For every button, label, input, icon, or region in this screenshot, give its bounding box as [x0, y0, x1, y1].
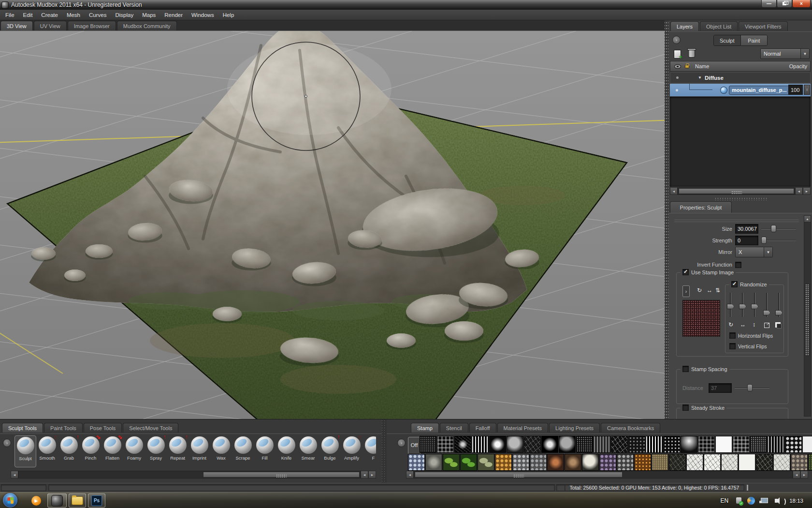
menu-display[interactable]: Display	[111, 10, 138, 20]
stamp-scratch-burst[interactable]	[454, 436, 471, 453]
tool-amplify[interactable]: ◌Amplify	[341, 435, 362, 467]
random-color-icon[interactable]	[775, 322, 781, 328]
stamp-plaid[interactable]	[437, 436, 454, 453]
random-scale-icon[interactable]	[764, 323, 769, 328]
menu-edit[interactable]: Edit	[19, 10, 37, 20]
stamp-maze[interactable]	[698, 436, 715, 453]
lock-icon[interactable]	[685, 65, 689, 68]
language-indicator[interactable]: EN	[721, 497, 729, 504]
blend-mode-dropdown[interactable]: Normal ▼	[760, 48, 810, 59]
stamp-gray-stones[interactable]	[617, 454, 634, 471]
collapse-triangle-icon[interactable]: ▼	[698, 75, 702, 80]
menu-file[interactable]: File	[1, 10, 19, 20]
stamp-purple-rocks[interactable]	[599, 454, 616, 471]
stamps-h-scrollbar[interactable]: ◄ ◄ ►	[406, 471, 808, 478]
volume-tray-icon[interactable]	[775, 499, 778, 503]
stamp-smoke[interactable]	[559, 436, 576, 453]
tool-fill[interactable]: Fill	[254, 435, 276, 467]
layers-tab-viewport-filters[interactable]: Viewport Filters	[739, 21, 788, 31]
tool-pinch[interactable]: ⇘Pinch	[80, 435, 102, 467]
strength-field[interactable]: 0	[735, 236, 758, 245]
scroll-track[interactable]	[414, 471, 793, 478]
scroll-thumb[interactable]	[805, 284, 810, 356]
stamp-gray-pebbles[interactable]	[512, 454, 529, 471]
menu-maps[interactable]: Maps	[138, 10, 160, 20]
view-tab-mudbox-community[interactable]: Mudbox Community	[117, 21, 177, 30]
stamp-honeycomb[interactable]	[495, 454, 512, 471]
randomize-slider-5[interactable]	[775, 293, 783, 324]
stamp-dark-moss[interactable]	[808, 454, 812, 471]
stamp-green-plant[interactable]	[460, 454, 477, 471]
distance-field[interactable]: 37	[709, 383, 732, 393]
network-tray-icon[interactable]	[761, 498, 768, 503]
scroll-left-arrow-2[interactable]: ◄	[793, 471, 800, 478]
layer-list-empty-area[interactable]	[670, 97, 811, 187]
view-tab-image-browser[interactable]: Image Browser	[68, 21, 116, 30]
stamp-stone-wall[interactable]	[791, 454, 808, 471]
stamp-white-bar[interactable]	[802, 436, 812, 453]
stamp-dark-branches[interactable]	[669, 454, 686, 471]
menu-curves[interactable]: Curves	[85, 10, 111, 20]
stamp-white-panel[interactable]	[739, 454, 755, 471]
stamp-clay-splat[interactable]	[565, 454, 581, 471]
stamp-tab-material-presets[interactable]: Material Presets	[497, 423, 548, 433]
randomize-slider-2[interactable]	[739, 293, 746, 324]
stamp-cells[interactable]	[785, 436, 802, 453]
distance-slider[interactable]	[735, 383, 769, 393]
panel-splitter-grip[interactable]	[714, 197, 768, 200]
tray-expand-button[interactable]: ›	[3, 439, 11, 447]
view-tab-uv-view[interactable]: UV View	[34, 21, 67, 30]
tool-tab-sculpt-tools[interactable]: Sculpt Tools	[2, 423, 43, 433]
menu-render[interactable]: Render	[160, 10, 187, 20]
stamp-slot-button[interactable]: ›	[682, 285, 690, 297]
stamp-off-button[interactable]: Off	[408, 437, 420, 455]
tool-bulge[interactable]: ↑Bulge	[319, 435, 341, 467]
tool-flatten[interactable]: ⇘Flatten	[102, 435, 123, 467]
tool-foamy[interactable]: Foamy	[123, 435, 145, 467]
horizontal-flips-checkbox[interactable]	[729, 332, 736, 339]
randomize-slider-4[interactable]	[763, 293, 770, 324]
tool-smear[interactable]: Smear	[297, 435, 319, 467]
layers-tab-object-list[interactable]: Object List	[700, 21, 738, 31]
stamp-white-stone[interactable]	[582, 454, 599, 471]
stamp-pale-foliage[interactable]	[478, 454, 494, 471]
close-button[interactable]: ×	[792, 0, 811, 8]
tool-tab-pose-tools[interactable]: Pose Tools	[84, 423, 122, 433]
strength-slider[interactable]	[761, 236, 796, 245]
viewport-3d[interactable]	[0, 30, 665, 419]
random-v-icon[interactable]: ↕	[753, 322, 755, 328]
stamp-fine-speckle[interactable]	[576, 436, 593, 453]
tool-sculpt[interactable]: Sculpt	[14, 435, 36, 467]
stamp-preview-image[interactable]	[682, 300, 720, 337]
stamp-tab-stencil[interactable]: Stencil	[440, 423, 468, 433]
tool-knife[interactable]: Knife	[276, 435, 297, 467]
stamp-star-splat[interactable]	[541, 436, 558, 453]
taskbar-clock[interactable]: 18:13	[789, 498, 803, 504]
stamp-vertical-stripes[interactable]	[472, 436, 489, 453]
menu-windows[interactable]: Windows	[187, 10, 218, 20]
start-button[interactable]	[3, 493, 17, 508]
stamp-cracked[interactable]	[524, 436, 541, 453]
tool-tab-paint-tools[interactable]: Paint Tools	[44, 423, 83, 433]
tool-scrape[interactable]: Scrape	[232, 435, 254, 467]
stamp-sphere-falloff[interactable]	[681, 436, 697, 453]
media-player-taskbar-icon[interactable]: ▶	[30, 493, 43, 508]
mudbox-taskbar-button[interactable]	[47, 493, 67, 508]
stamp-gray-splat[interactable]	[425, 454, 442, 471]
panel-expand-button[interactable]: ›	[672, 36, 681, 44]
stamp-soft-bars[interactable]	[594, 436, 610, 453]
scroll-right-arrow[interactable]: ►	[803, 187, 811, 195]
stamp-pale-marble[interactable]	[773, 454, 790, 471]
stamp-blocks[interactable]	[733, 436, 750, 453]
random-h-icon[interactable]: ↔	[740, 322, 746, 328]
use-stamp-checkbox[interactable]	[682, 269, 689, 275]
stamp-round-noise[interactable]	[628, 436, 645, 453]
scroll-left-arrow-2[interactable]: ◄	[361, 471, 368, 478]
delete-layer-icon[interactable]	[689, 50, 695, 57]
tool-tab-select-move-tools[interactable]: Select/Move Tools	[123, 423, 178, 433]
mode-sculpt[interactable]: Sculpt	[714, 35, 740, 45]
stamp-streaks[interactable]	[768, 436, 784, 453]
size-field[interactable]: 30.0067	[735, 224, 758, 234]
layer-row-selected[interactable]: mountain_diffuse_p... 100 ↕	[670, 84, 811, 96]
stamp-tab-stamp[interactable]: Stamp	[411, 423, 439, 433]
